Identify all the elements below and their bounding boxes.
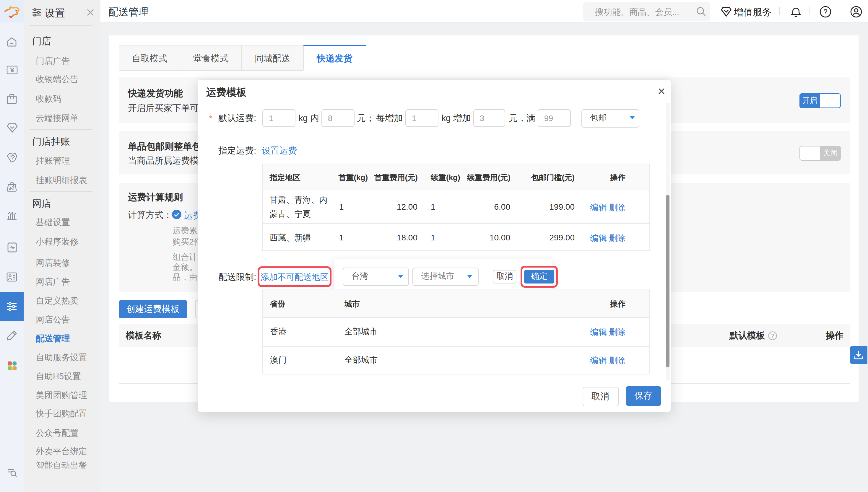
svg-text:?: ? bbox=[823, 8, 827, 16]
svg-text:?: ? bbox=[771, 333, 774, 339]
